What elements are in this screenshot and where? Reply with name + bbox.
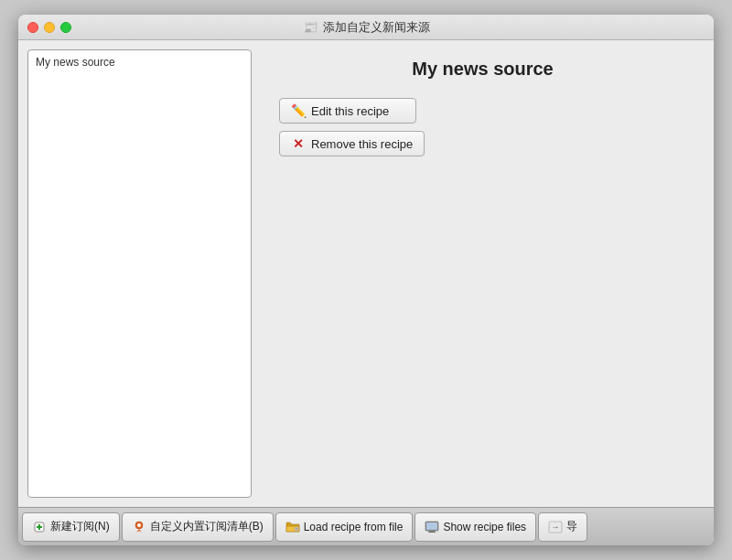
edit-recipe-label: Edit this recipe: [311, 104, 389, 118]
show-recipe-button[interactable]: Show recipe files: [414, 512, 536, 542]
load-recipe-button[interactable]: Load recipe from file: [275, 512, 414, 542]
export-icon: →: [548, 520, 563, 534]
list-header: My news source: [28, 50, 251, 74]
title-icon: 📰: [303, 20, 318, 35]
custom-list-label: 自定义内置订阅清单(B): [150, 519, 264, 534]
export-button[interactable]: → 导: [538, 512, 587, 542]
action-buttons: ✏️ Edit this recipe ✕ Remove this recipe: [279, 98, 686, 156]
close-button[interactable]: [27, 22, 38, 33]
remove-recipe-label: Remove this recipe: [311, 137, 413, 151]
custom-list-button[interactable]: 自定义内置订阅清单(B): [122, 512, 274, 542]
show-recipe-label: Show recipe files: [443, 521, 526, 533]
map-pin-icon: [132, 520, 146, 534]
main-window: 📰 添加自定义新闻来源 My news source My news sourc…: [18, 15, 714, 545]
left-panel: My news source: [27, 49, 252, 498]
new-subscription-button[interactable]: 新建订阅(N): [22, 512, 120, 542]
red-x-icon: ✕: [291, 136, 306, 151]
load-recipe-label: Load recipe from file: [304, 521, 404, 533]
traffic-lights: [27, 22, 71, 33]
svg-text:→: →: [552, 522, 560, 532]
new-subscription-label: 新建订阅(N): [50, 519, 110, 534]
plus-icon: [32, 520, 47, 534]
svg-point-4: [137, 523, 141, 527]
window-title: 📰 添加自定义新闻来源: [303, 19, 430, 36]
monitor-icon: [425, 520, 439, 534]
maximize-button[interactable]: [60, 22, 71, 33]
edit-recipe-button[interactable]: ✏️ Edit this recipe: [279, 98, 416, 124]
export-label: 导: [566, 519, 577, 534]
right-panel: My news source ✏️ Edit this recipe ✕ Rem…: [261, 49, 705, 498]
folder-icon: [285, 520, 300, 534]
svg-rect-11: [428, 532, 436, 533]
titlebar: 📰 添加自定义新闻来源: [18, 15, 714, 40]
svg-rect-9: [426, 522, 437, 530]
main-content: My news source My news source ✏️ Edit th…: [18, 40, 714, 507]
toolbar: 新建订阅(N) 自定义内置订阅清单(B): [18, 507, 714, 545]
minimize-button[interactable]: [44, 22, 55, 33]
pencil-icon: ✏️: [291, 103, 306, 118]
remove-recipe-button[interactable]: ✕ Remove this recipe: [279, 131, 425, 156]
recipe-title: My news source: [279, 59, 686, 80]
title-text: 添加自定义新闻来源: [323, 19, 430, 36]
news-source-list[interactable]: My news source: [27, 49, 252, 498]
